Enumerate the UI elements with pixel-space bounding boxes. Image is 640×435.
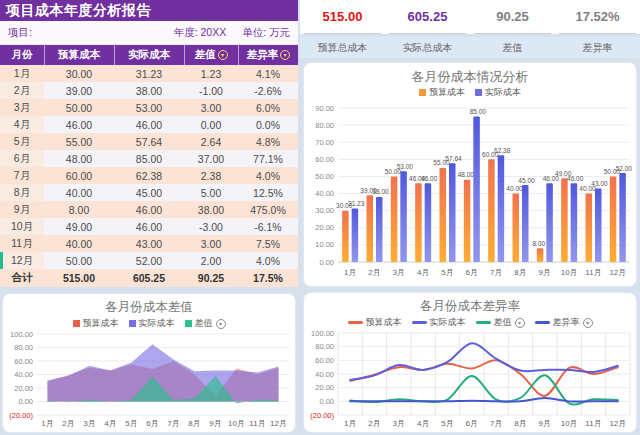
col-header-diff: 差值▾ bbox=[184, 45, 238, 65]
kpi-values-row: 515.00605.2590.2517.52% bbox=[300, 0, 640, 34]
legend-label: 预算成本 bbox=[429, 86, 465, 99]
table-cell: 475.0% bbox=[238, 201, 298, 218]
table-cell: 30.00 bbox=[44, 65, 114, 82]
legend-item[interactable]: 预算成本 bbox=[419, 86, 465, 99]
table-cell: 31.23 bbox=[114, 65, 184, 82]
table-row: 7月60.0062.382.384.0% bbox=[0, 167, 298, 184]
project-label: 项目: bbox=[8, 26, 32, 40]
total-budget: 515.00 bbox=[44, 269, 114, 287]
svg-text:2月: 2月 bbox=[62, 419, 74, 428]
kpi-value: 605.25 bbox=[389, 0, 466, 34]
table-cell: 46.00 bbox=[114, 116, 184, 133]
bar bbox=[522, 185, 529, 262]
svg-text:4月: 4月 bbox=[417, 268, 429, 277]
legend-swatch-icon bbox=[476, 321, 491, 324]
bar bbox=[498, 155, 505, 262]
legend-label: 差值 bbox=[494, 316, 512, 329]
legend-item[interactable]: 差值▾ bbox=[476, 316, 525, 329]
table-total-row: 合计 515.00 605.25 90.25 17.5% bbox=[0, 269, 298, 287]
table-row: 12月50.0052.002.004.0% bbox=[0, 252, 298, 269]
table-cell: 9月 bbox=[0, 201, 44, 218]
table-row: 1月30.0031.231.234.1% bbox=[0, 65, 298, 82]
table-cell: 0.0% bbox=[238, 116, 298, 133]
line-chart-title: 各月份成本差异率 bbox=[304, 298, 636, 315]
table-row: 11月40.0043.003.007.5% bbox=[0, 235, 298, 252]
svg-text:7月: 7月 bbox=[490, 268, 502, 277]
legend-swatch-icon bbox=[348, 321, 363, 324]
svg-text:4月: 4月 bbox=[104, 419, 116, 428]
legend-item[interactable]: 预算成本 bbox=[348, 316, 402, 329]
table-cell: 10月 bbox=[0, 218, 44, 235]
bar bbox=[488, 159, 495, 262]
svg-text:5月: 5月 bbox=[125, 419, 137, 428]
bar bbox=[537, 248, 544, 262]
col-header-budget: 预算成本 bbox=[44, 45, 114, 65]
table-cell: 3.00 bbox=[184, 235, 238, 252]
table-cell: -6.1% bbox=[238, 218, 298, 235]
svg-text:2月: 2月 bbox=[368, 268, 380, 277]
table-cell: 4.0% bbox=[238, 167, 298, 184]
table-cell: 60.00 bbox=[44, 167, 114, 184]
year-label: 年度: 20XX bbox=[174, 26, 227, 40]
table-cell: 1月 bbox=[0, 65, 44, 82]
svg-text:5月: 5月 bbox=[441, 419, 453, 428]
table-cell: 7月 bbox=[0, 167, 44, 184]
kpi-label: 实际总成本 bbox=[385, 37, 470, 58]
svg-text:7月: 7月 bbox=[490, 419, 502, 428]
bar bbox=[352, 209, 359, 262]
svg-text:20.00: 20.00 bbox=[315, 223, 334, 232]
svg-text:100.00: 100.00 bbox=[311, 330, 334, 338]
table-cell: 62.38 bbox=[114, 167, 184, 184]
svg-text:60.00: 60.00 bbox=[315, 356, 334, 365]
svg-text:4月: 4月 bbox=[417, 419, 429, 428]
table-cell: 8.00 bbox=[44, 201, 114, 218]
bar bbox=[595, 188, 602, 262]
table-cell: 40.00 bbox=[44, 235, 114, 252]
legend-item[interactable]: 预算成本 bbox=[73, 317, 119, 330]
bar bbox=[449, 163, 456, 262]
svg-text:6月: 6月 bbox=[466, 419, 478, 428]
svg-text:1月: 1月 bbox=[41, 419, 53, 428]
svg-text:0.00: 0.00 bbox=[18, 397, 33, 406]
bar bbox=[415, 183, 422, 262]
table-cell: 46.00 bbox=[114, 218, 184, 235]
table-cell: 50.00 bbox=[44, 252, 114, 269]
bar-chart-title: 各月份成本情况分析 bbox=[304, 68, 636, 85]
table-cell: 3月 bbox=[0, 99, 44, 116]
col-header-rate: 差异率▾ bbox=[238, 45, 298, 65]
bar-chart-legend: 预算成本实际成本 bbox=[304, 85, 636, 100]
kpi-labels-row: 预算总成本实际总成本差值差异率 bbox=[300, 37, 640, 58]
legend-swatch-icon bbox=[129, 320, 136, 327]
legend-label: 差异率 bbox=[553, 316, 580, 329]
table-cell: 2月 bbox=[0, 82, 44, 99]
total-label: 合计 bbox=[0, 269, 44, 287]
legend-item[interactable]: 实际成本 bbox=[475, 86, 521, 99]
table-cell: 43.00 bbox=[114, 235, 184, 252]
table-cell: 45.00 bbox=[114, 184, 184, 201]
sort-diff-icon[interactable]: ▾ bbox=[218, 50, 228, 60]
sort-rate-icon[interactable]: ▾ bbox=[280, 50, 290, 60]
bar bbox=[586, 194, 593, 262]
sort-circle-icon[interactable]: ▾ bbox=[583, 318, 593, 328]
legend-item[interactable]: 实际成本 bbox=[412, 316, 466, 329]
bar bbox=[400, 171, 407, 262]
legend-swatch-icon bbox=[475, 89, 482, 96]
sort-circle-icon[interactable]: ▾ bbox=[515, 318, 525, 328]
bar-chart-plot: 90.0080.0070.0060.0050.0040.0030.0020.00… bbox=[304, 100, 636, 280]
svg-text:12月: 12月 bbox=[609, 419, 626, 428]
svg-text:8月: 8月 bbox=[514, 419, 526, 428]
legend-item[interactable]: 实际成本 bbox=[129, 317, 175, 330]
table-cell: 8月 bbox=[0, 184, 44, 201]
svg-text:6月: 6月 bbox=[466, 268, 478, 277]
report-info-row: 项目: 年度: 20XX 单位: 万元 bbox=[0, 21, 298, 45]
svg-text:100.00: 100.00 bbox=[10, 331, 33, 339]
svg-text:8.00: 8.00 bbox=[533, 240, 546, 247]
table-cell: 46.00 bbox=[44, 116, 114, 133]
legend-item[interactable]: 差值▾ bbox=[185, 317, 226, 330]
legend-item[interactable]: 差异率▾ bbox=[535, 316, 593, 329]
table-cell: 3.00 bbox=[184, 99, 238, 116]
table-row: 10月49.0046.00-3.00-6.1% bbox=[0, 218, 298, 235]
kpi-label: 差异率 bbox=[555, 37, 640, 58]
sort-circle-icon[interactable]: ▾ bbox=[216, 319, 226, 329]
bar bbox=[473, 117, 480, 262]
